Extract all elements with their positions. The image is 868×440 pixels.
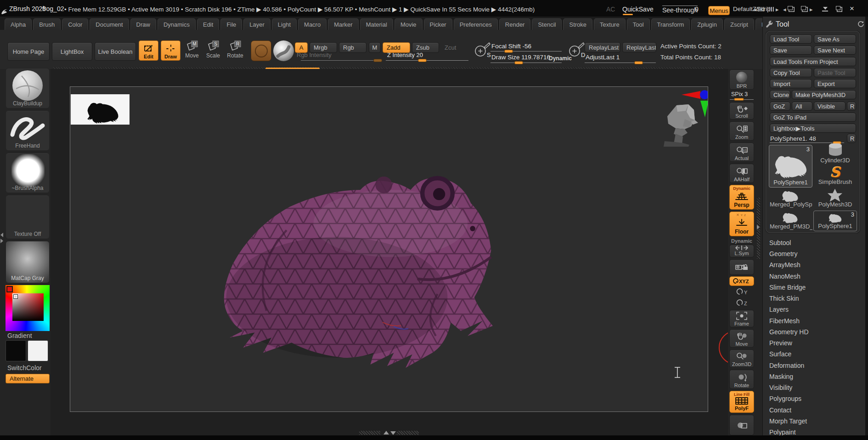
- zcut-toggle[interactable]: Zcut: [445, 44, 456, 51]
- tool-section-layers[interactable]: Layers: [769, 306, 861, 315]
- tool-section-contact[interactable]: Contact: [769, 406, 861, 416]
- menu-tab-marker[interactable]: Marker: [328, 18, 358, 30]
- import-button[interactable]: Import: [770, 79, 812, 88]
- draw-size-track[interactable]: [490, 63, 562, 63]
- menu-tab-material[interactable]: Material: [360, 18, 393, 30]
- left-tray-collapse-icon[interactable]: [0, 233, 3, 237]
- menus-button[interactable]: Menus: [708, 6, 730, 15]
- home-page-button[interactable]: Home Page: [7, 42, 50, 61]
- scale-button[interactable]: S Scale: [204, 40, 222, 61]
- actual-button[interactable]: x1 Actual: [729, 143, 754, 162]
- menu-tab-transform[interactable]: Transform: [651, 18, 690, 30]
- z-intensity-track[interactable]: [386, 60, 468, 61]
- scrub-left-bars-icon[interactable]: [758, 7, 765, 11]
- goz-all-button[interactable]: All: [792, 102, 812, 111]
- alternate-button[interactable]: Alternate: [6, 374, 50, 383]
- goz-r-button[interactable]: R: [847, 102, 856, 111]
- menu-tab-edit[interactable]: Edit: [197, 18, 219, 30]
- polyf-button[interactable]: Line Fill PolyF: [729, 391, 754, 413]
- floor-button[interactable]: ✕ʏᴢ Floor: [729, 211, 754, 236]
- focal-shift-track[interactable]: [490, 51, 562, 51]
- scrub-left-icon[interactable]: ◂: [754, 6, 757, 13]
- active-tool-r-button[interactable]: R: [847, 134, 856, 143]
- save-next-button[interactable]: Save Next: [814, 46, 856, 55]
- zoom3d-button[interactable]: Zoom3D: [729, 349, 754, 368]
- menu-tab-movie[interactable]: Movie: [395, 18, 423, 30]
- load-tools-from-project-button[interactable]: Load Tools From Project: [770, 57, 856, 66]
- rotate-button[interactable]: R Rotate: [225, 40, 245, 61]
- aahalf-button[interactable]: AAHalf: [729, 164, 754, 183]
- menu-tab-stroke[interactable]: Stroke: [563, 18, 592, 30]
- load-tool-button[interactable]: Load Tool: [770, 34, 812, 44]
- menu-tab-light[interactable]: Light: [272, 18, 297, 30]
- move3d-button[interactable]: Move: [729, 329, 754, 348]
- rgb-intensity-handle[interactable]: [373, 59, 382, 62]
- tool-thumbnail-merged-polysph[interactable]: Merged_PolySph: [769, 189, 812, 209]
- menu-tab-zplugin[interactable]: Zplugin: [691, 18, 723, 30]
- menu-tab-layer[interactable]: Layer: [243, 18, 271, 30]
- canvas-document[interactable]: [70, 86, 708, 412]
- tool-section-subtool[interactable]: Subtool: [769, 239, 861, 249]
- edit-button[interactable]: Edit: [139, 40, 158, 61]
- right-tray-expand-icon[interactable]: [757, 225, 760, 229]
- draw-button[interactable]: Draw: [161, 40, 180, 61]
- tool-section-geometry[interactable]: Geometry: [769, 250, 861, 260]
- save-button[interactable]: Save: [770, 46, 812, 55]
- bottom-divider-bar-left[interactable]: [359, 431, 380, 435]
- tool-section-fibermesh[interactable]: FiberMesh: [769, 317, 861, 327]
- clone-button[interactable]: Clone: [770, 90, 790, 99]
- alpha-selector[interactable]: ~BrushAlpha: [6, 153, 50, 193]
- adjust-last-handle[interactable]: [634, 61, 643, 64]
- brush-selector[interactable]: ClayBuildup: [6, 68, 50, 109]
- copy-tool-button[interactable]: Copy Tool: [770, 68, 812, 77]
- tool-thumbnail-cylinder3d[interactable]: Cylinder3D: [813, 143, 857, 165]
- tool-thumbnail-polysphere1[interactable]: 3 PolySphere1: [813, 211, 857, 231]
- tool-section-surface[interactable]: Surface: [769, 350, 861, 360]
- stroke-selector[interactable]: FreeHand: [6, 110, 50, 151]
- goz-to-ipad-button[interactable]: GoZ To iPad: [770, 113, 856, 122]
- current-material-thumbnail[interactable]: [273, 40, 294, 61]
- tool-section-masking[interactable]: Masking: [769, 373, 861, 383]
- close-button[interactable]: ×: [850, 4, 854, 13]
- menu-tab-zscript[interactable]: Zscript: [724, 18, 754, 30]
- tool-section-polygroups[interactable]: Polygroups: [769, 395, 861, 405]
- lsym-button[interactable]: L.Sym: [729, 245, 754, 257]
- menu-tab-brush[interactable]: Brush: [33, 18, 61, 30]
- make-polymesh3d-button[interactable]: Make PolyMesh3D: [792, 90, 856, 99]
- rotate-xyz-button[interactable]: XYZ: [729, 276, 754, 286]
- focal-shift-handle[interactable]: [504, 50, 513, 53]
- tool-thumbnail-simplebrush[interactable]: S SimpleBrush: [813, 166, 857, 187]
- gradient-toggle[interactable]: Gradient: [7, 332, 32, 339]
- rotate3d-button[interactable]: Rotate: [729, 370, 754, 389]
- zoom-button[interactable]: Zoom: [729, 121, 754, 141]
- transp-button[interactable]: [729, 415, 754, 435]
- tool-thumbnail-polymesh3d[interactable]: PolyMesh3D: [813, 189, 857, 209]
- menu-tab-preferences[interactable]: Preferences: [454, 18, 498, 30]
- menu-tab-file[interactable]: File: [220, 18, 242, 30]
- replay-last-rel-button[interactable]: ReplayLastRel: [622, 42, 656, 52]
- menu-tab-render[interactable]: Render: [499, 18, 531, 30]
- reset-tool-icon[interactable]: [857, 21, 864, 28]
- spix-handle[interactable]: [734, 98, 744, 101]
- menu-tab-macro[interactable]: Macro: [298, 18, 327, 30]
- lightbox-button[interactable]: LightBox: [52, 42, 92, 61]
- tool-thumbnail-merged-pm3d[interactable]: Merged_PM3D_C: [769, 211, 812, 231]
- scrub-right-bars-icon[interactable]: [767, 7, 775, 11]
- bottom-divider-bar-right[interactable]: [397, 431, 419, 435]
- dynamic-mode-label[interactable]: Dynamic: [729, 238, 754, 244]
- canvas-area[interactable]: [51, 69, 728, 435]
- cascade-front-icon[interactable]: [801, 6, 806, 10]
- current-brush-thumbnail[interactable]: [251, 40, 271, 61]
- quicksave-button[interactable]: QuickSave: [622, 6, 654, 13]
- tool-section-visibility[interactable]: Visibility: [769, 384, 861, 394]
- scroll-button[interactable]: Scroll: [729, 102, 754, 120]
- menu-tab-alpha[interactable]: Alpha: [5, 18, 32, 30]
- next-window-icon[interactable]: ▸: [810, 6, 813, 13]
- color-picker[interactable]: [6, 285, 50, 331]
- draw-size-handle[interactable]: [514, 61, 523, 64]
- prev-window-icon[interactable]: ◂: [783, 6, 786, 13]
- replay-last-button[interactable]: ReplayLast: [585, 42, 620, 52]
- export-button[interactable]: Export: [814, 79, 856, 88]
- live-boolean-button[interactable]: Live Boolean: [95, 42, 136, 61]
- cascade-back-icon[interactable]: [788, 6, 793, 10]
